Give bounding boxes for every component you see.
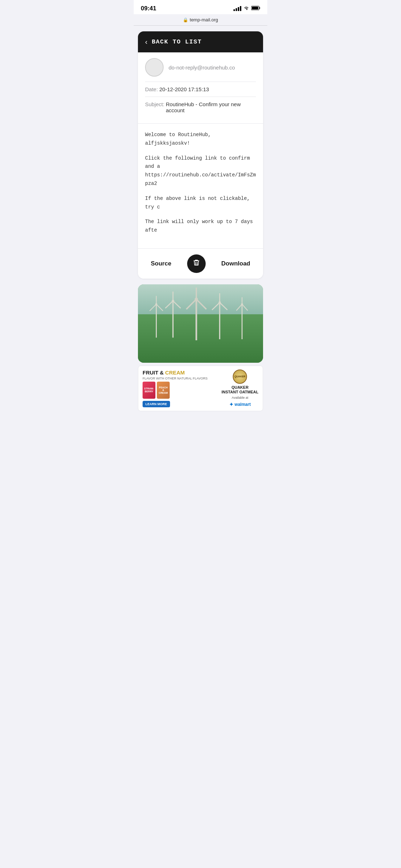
svg-line-21 (212, 303, 220, 310)
date-row: Date: 20-12-2020 17:15:13 (145, 82, 256, 97)
learn-more-button[interactable]: LEARN MORE (143, 401, 170, 407)
product-peach: PEACH&CREAM (157, 382, 170, 399)
download-button[interactable]: Download (216, 259, 256, 269)
sender-row: do-not-reply@routinehub.co (145, 58, 256, 82)
body-line5: The link will only work up to 7 days aft… (145, 218, 256, 235)
quaker-logo: QUAKER (233, 370, 247, 384)
walmart-text: walmart (235, 402, 251, 407)
ad-cream-text: CREAM (165, 370, 185, 376)
body-line4: If the above link is not clickable, try … (145, 195, 256, 212)
svg-line-22 (220, 303, 227, 310)
svg-line-26 (236, 304, 242, 310)
subject-label: Subject: (145, 101, 164, 113)
svg-line-6 (150, 304, 156, 311)
walmart-row: ✦ walmart (229, 402, 251, 407)
avatar (145, 58, 164, 77)
signal-icon (233, 6, 241, 11)
back-chevron-icon[interactable]: ‹ (145, 38, 148, 46)
browser-bar[interactable]: 🔒 temp-mail.org (134, 14, 267, 26)
body-line2-3: Click the following link to confirm and … (145, 154, 256, 188)
email-body: Welcome to RoutineHub, alfjskksjaoskv! C… (138, 123, 263, 248)
delete-button[interactable] (187, 254, 206, 273)
email-card: ‹ BACK TO LIST do-not-reply@routinehub.c… (138, 31, 263, 279)
ad-right-section: QUAKER QUAKER INSTANT OATMEAL Available … (222, 370, 258, 407)
status-bar: 09:41 (134, 0, 267, 14)
source-button[interactable]: Source (145, 259, 177, 269)
action-bar: Source Download (138, 248, 263, 279)
walmart-spark-icon: ✦ (229, 402, 233, 407)
subject-row: Subject: RoutineHub - Confirm your new a… (145, 97, 256, 118)
ad-products: STRAW-BERRY PEACH&CREAM (143, 382, 219, 399)
ad-left-section: FRUIT & CREAM FLAVOR WITH OTHER NATURAL … (143, 370, 219, 407)
sender-email: do-not-reply@routinehub.co (169, 64, 235, 71)
ad-available-at: Available at (232, 396, 248, 399)
ad-title: FRUIT & CREAM (143, 370, 219, 376)
svg-line-17 (196, 299, 206, 309)
subject-text: RoutineHub - Confirm your new account (166, 101, 256, 113)
wind-farm-image (138, 284, 263, 363)
battery-icon (251, 6, 260, 11)
body-line1: Welcome to RoutineHub, alfjskksjaoskv! (145, 131, 256, 148)
body-line2: Click the following link to confirm and … (145, 155, 250, 170)
email-metadata: do-not-reply@routinehub.co Date: 20-12-2… (138, 52, 263, 123)
quaker-product-name: QUAKER INSTANT OATMEAL (222, 385, 258, 394)
product-strawberry: STRAW-BERRY (143, 382, 155, 399)
status-time: 09:41 (141, 5, 156, 12)
svg-rect-1 (259, 7, 260, 9)
svg-rect-2 (252, 7, 258, 10)
back-header[interactable]: ‹ BACK TO LIST (138, 31, 263, 52)
ad-title-text: FRUIT & CREAM (143, 370, 185, 376)
back-label: BACK TO LIST (152, 38, 202, 45)
trash-icon (192, 259, 200, 268)
wifi-icon (243, 6, 249, 11)
svg-line-16 (186, 299, 196, 309)
lock-icon: 🔒 (183, 17, 188, 22)
svg-line-12 (173, 301, 181, 308)
date-label: Date: (145, 86, 158, 92)
ad-banner: FRUIT & CREAM FLAVOR WITH OTHER NATURAL … (138, 366, 263, 411)
date-value: 20-12-2020 17:15:13 (159, 86, 209, 92)
email-activation-link[interactable]: https://routinehub.co/activate/ImFsZmpza… (145, 172, 256, 186)
wind-turbines-svg (138, 288, 263, 341)
quaker-logo-text: QUAKER (235, 375, 245, 378)
status-icons (233, 6, 260, 11)
svg-line-11 (165, 301, 173, 308)
ad-subtitle: FLAVOR WITH OTHER NATURAL FLAVORS (143, 377, 219, 380)
svg-line-27 (242, 304, 248, 310)
browser-domain: temp-mail.org (190, 17, 218, 22)
svg-line-7 (156, 304, 163, 311)
